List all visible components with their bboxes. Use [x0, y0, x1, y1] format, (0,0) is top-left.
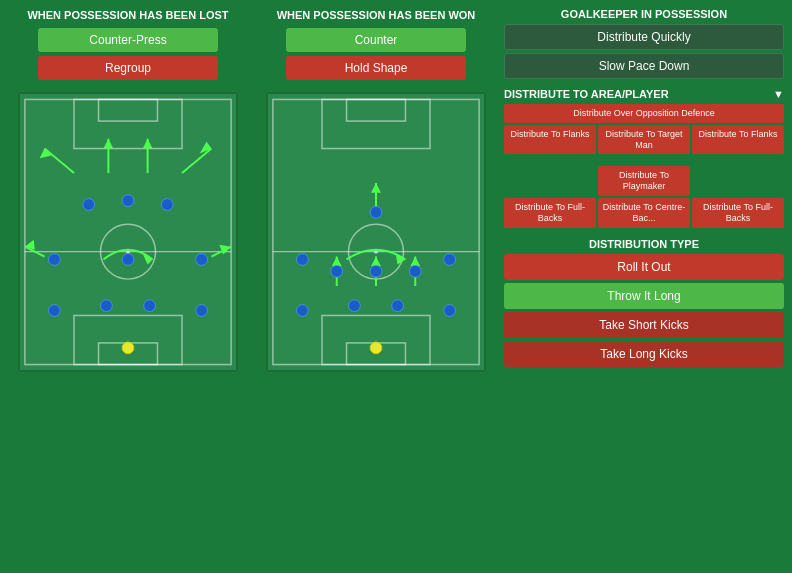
svg-point-53 [349, 300, 361, 312]
dist-cell-target-man[interactable]: Distribute To Target Man [598, 125, 690, 155]
chevron-down-icon[interactable]: ▼ [773, 88, 784, 100]
svg-point-56 [331, 266, 343, 278]
svg-point-52 [296, 305, 308, 317]
svg-point-25 [144, 300, 156, 312]
distribute-area-section: DISTRIBUTE TO AREA/PLAYER ▼ Distribute O… [504, 88, 784, 228]
regroup-button[interactable]: Regroup [38, 56, 218, 80]
take-long-kicks-button[interactable]: Take Long Kicks [504, 341, 784, 367]
slow-pace-down-button[interactable]: Slow Pace Down [504, 53, 784, 79]
svg-point-28 [122, 254, 134, 266]
svg-point-58 [409, 266, 421, 278]
svg-point-22 [122, 342, 134, 354]
svg-point-23 [48, 305, 60, 317]
goalkeeper-title: GOALKEEPER IN POSSESSION [504, 8, 784, 20]
possession-lost-title: WHEN POSSESSION HAS BEEN LOST [27, 8, 228, 22]
possession-lost-pitch [18, 92, 238, 372]
possession-won-title: WHEN POSSESSION HAS BEEN WON [277, 8, 476, 22]
svg-point-59 [444, 254, 456, 266]
svg-point-51 [370, 342, 382, 354]
svg-point-24 [101, 300, 113, 312]
dist-cell-flanks-left[interactable]: Distribute To Flanks [504, 125, 596, 155]
svg-point-32 [161, 199, 173, 211]
take-short-kicks-button[interactable]: Take Short Kicks [504, 312, 784, 338]
svg-point-54 [392, 300, 404, 312]
possession-won-pitch [266, 92, 486, 372]
distribute-area-header: DISTRIBUTE TO AREA/PLAYER ▼ [504, 88, 784, 100]
dist-cell-centre-backs[interactable]: Distribute To Centre-Bac... [598, 198, 690, 228]
svg-point-55 [444, 305, 456, 317]
dist-cell-flanks-right[interactable]: Distribute To Flanks [692, 125, 784, 155]
distribute-quickly-button[interactable]: Distribute Quickly [504, 24, 784, 50]
svg-point-26 [196, 305, 208, 317]
svg-point-27 [48, 254, 60, 266]
distribute-grid: Distribute Over Opposition Defence Distr… [504, 104, 784, 228]
counter-press-button[interactable]: Counter-Press [38, 28, 218, 52]
dist-cell-opposition-defence[interactable]: Distribute Over Opposition Defence [504, 104, 784, 123]
distribution-type-title: DISTRIBUTION TYPE [504, 238, 784, 250]
svg-point-30 [83, 199, 95, 211]
svg-rect-33 [268, 95, 484, 370]
dist-cell-full-backs-right[interactable]: Distribute To Full-Backs [692, 198, 784, 228]
distribution-type-section: DISTRIBUTION TYPE Roll It Out Throw It L… [504, 238, 784, 370]
dist-cell-playmaker[interactable]: Distribute To Playmaker [598, 166, 690, 196]
hold-shape-button[interactable]: Hold Shape [286, 56, 466, 80]
svg-rect-0 [20, 95, 236, 370]
svg-point-29 [196, 254, 208, 266]
goalkeeper-section: GOALKEEPER IN POSSESSION Distribute Quic… [504, 8, 784, 82]
svg-point-61 [296, 254, 308, 266]
counter-button[interactable]: Counter [286, 28, 466, 52]
throw-it-long-button[interactable]: Throw It Long [504, 283, 784, 309]
possession-won-panel: WHEN POSSESSION HAS BEEN WON Counter Hol… [256, 8, 496, 565]
svg-point-57 [370, 266, 382, 278]
svg-point-60 [370, 207, 382, 219]
svg-point-31 [122, 195, 134, 207]
distribute-area-title: DISTRIBUTE TO AREA/PLAYER [504, 88, 669, 100]
possession-lost-panel: WHEN POSSESSION HAS BEEN LOST Counter-Pr… [8, 8, 248, 565]
right-panel: GOALKEEPER IN POSSESSION Distribute Quic… [504, 8, 784, 565]
roll-it-out-button[interactable]: Roll It Out [504, 254, 784, 280]
dist-cell-full-backs-left[interactable]: Distribute To Full-Backs [504, 198, 596, 228]
